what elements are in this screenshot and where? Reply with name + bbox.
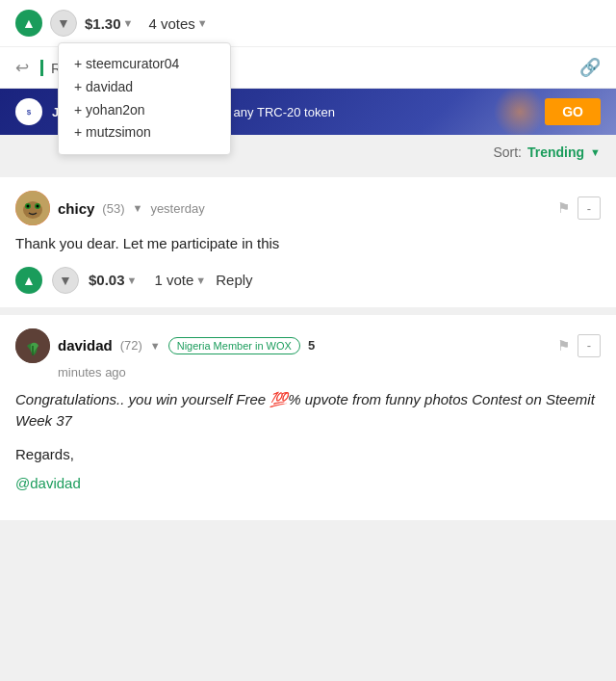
voter-4: + mutzsimon (74, 121, 215, 144)
collapse-davidad[interactable]: - (578, 334, 601, 357)
amount-chevron[interactable]: ▼ (123, 17, 134, 29)
collapse-chicy[interactable]: - (578, 196, 601, 220)
comment-header-chicy: chicy (53) ▼ yesterday ⚑ - (15, 191, 601, 225)
chevron-davidad[interactable]: ▼ (150, 340, 161, 352)
amount-val-chicy: $0.03 (89, 272, 125, 288)
justswap-logo: $ (15, 98, 42, 125)
body-italic-davidad: Congratulations.. you win yourself Free … (15, 389, 601, 432)
votes-value: 4 votes (148, 15, 194, 32)
votes-count: 4 votes ▼ (148, 15, 207, 32)
avatar-davidad (15, 328, 50, 363)
link-icon: 🔗 (579, 57, 601, 78)
comment-footer-chicy: ▲ ▼ $0.03 ▼ 1 vote ▼ Reply (15, 267, 601, 294)
voter-2: + davidad (74, 76, 215, 99)
voter-3: + yohan2on (74, 99, 215, 122)
comment-body-davidad: Congratulations.. you win yourself Free … (15, 389, 601, 495)
body-regards-davidad: Regards, (15, 444, 601, 466)
reply-icon: ↩ (15, 58, 29, 78)
sort-chevron[interactable]: ▼ (590, 146, 601, 158)
badge-davidad: Nigeria Member in WOX (168, 337, 300, 354)
vote-amount: $1.30 ▼ (85, 15, 133, 32)
upvote-button[interactable]: ▲ (15, 10, 42, 37)
chevron-chicy[interactable]: ▼ (132, 202, 142, 214)
go-button[interactable]: GO (545, 98, 601, 125)
amount-value: $1.30 (85, 15, 121, 32)
flag-chicy[interactable]: ⚑ (557, 199, 570, 217)
vote-bar: ▲ ▼ $1.30 ▼ 4 votes ▼ + steemcurator04 +… (0, 0, 616, 47)
amount-chevron-chicy[interactable]: ▼ (127, 275, 138, 286)
timestamp-num-davidad: 5 (308, 338, 315, 353)
votes-val-chicy: 1 vote (154, 272, 193, 288)
body-text-chicy: Thank you dear. Let me participate in th… (15, 235, 279, 251)
upvote-chicy[interactable]: ▲ (15, 267, 42, 294)
reply-btn-chicy[interactable]: Reply (216, 272, 252, 288)
banner-decoration (491, 89, 549, 135)
sort-value[interactable]: Trending (527, 144, 584, 160)
downvote-button[interactable]: ▼ (50, 10, 77, 37)
avatar-chicy (15, 191, 50, 225)
votes-chevron[interactable]: ▼ (197, 17, 208, 29)
voters-tooltip: + steemcurator04 + davidad + yohan2on + … (58, 42, 231, 155)
votes-chevron-chicy[interactable]: ▼ (195, 275, 206, 286)
body-link-davidad: @davidad (15, 473, 601, 495)
flag-davidad[interactable]: ⚑ (557, 337, 570, 354)
comment-header-davidad: davidad (72) ▼ Nigeria Member in WOX 5 ⚑… (15, 328, 601, 363)
comment-davidad: davidad (72) ▼ Nigeria Member in WOX 5 ⚑… (0, 315, 616, 520)
voter-1: + steemcurator04 (74, 53, 215, 76)
votes-chicy: 1 vote ▼ (154, 272, 206, 288)
svg-point-4 (27, 205, 30, 208)
rep-davidad: (72) (120, 338, 142, 353)
sort-label: Sort: (493, 144, 522, 160)
timestamp-davidad: minutes ago (15, 365, 601, 380)
username-davidad[interactable]: davidad (58, 337, 113, 354)
comment-chicy: chicy (53) ▼ yesterday ⚑ - Thank you dea… (0, 177, 616, 307)
svg-point-5 (37, 205, 39, 208)
svg-point-1 (23, 201, 42, 219)
timestamp-chicy: yesterday (150, 201, 550, 216)
amount-chicy: $0.03 ▼ (89, 272, 137, 288)
timestamp-unit-davidad: minutes ago (58, 365, 126, 380)
rep-chicy: (53) (102, 201, 124, 216)
at-davidad-link[interactable]: @davidad (15, 475, 81, 491)
downvote-chicy[interactable]: ▼ (52, 267, 79, 294)
comment-body-chicy: Thank you dear. Let me participate in th… (15, 233, 601, 255)
username-chicy[interactable]: chicy (58, 200, 94, 217)
